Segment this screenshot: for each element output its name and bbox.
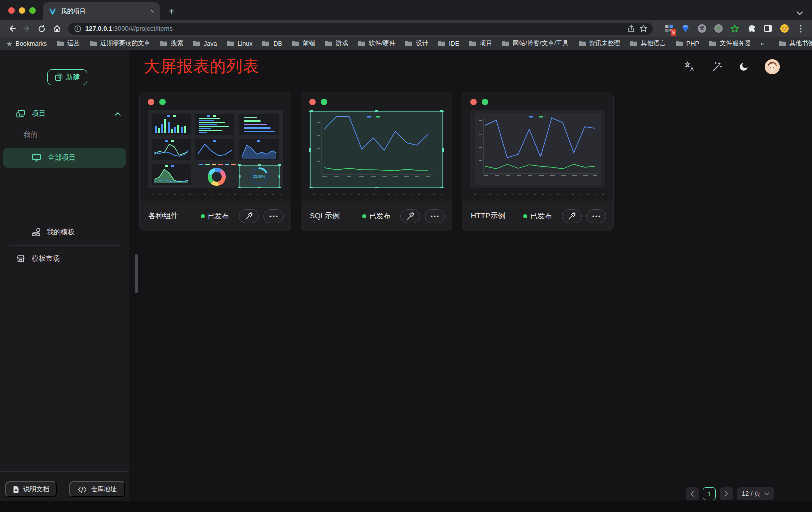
bookmark-folder[interactable]: Java [193, 40, 217, 47]
card-footer: HTTP示例 已发布 [462, 201, 613, 231]
project-thumbnail[interactable] [470, 110, 605, 188]
status-dot [523, 214, 527, 218]
back-button[interactable] [5, 22, 18, 35]
progress-value: 25.00% [253, 175, 265, 178]
edit-project-button[interactable] [400, 209, 420, 223]
gem-extension-icon[interactable] [680, 24, 690, 34]
current-page-button[interactable]: 1 [703, 487, 716, 500]
site-info-icon[interactable] [74, 25, 81, 32]
status-dot [362, 214, 366, 218]
bookmark-folder[interactable]: 项目 [469, 39, 492, 48]
docs-label: 说明文档 [23, 485, 49, 494]
scrollbar-thumb[interactable] [135, 254, 138, 293]
svg-text:⌘: ⌘ [699, 25, 705, 31]
side-panel-extension-icon[interactable] [763, 24, 773, 34]
project-thumbnail[interactable] [309, 110, 444, 188]
address-bar[interactable]: 127.0.0.1:3000/#/project/items [68, 23, 653, 35]
folder-icon [502, 40, 510, 47]
bookmark-folder[interactable]: 近期需要读的文章 [89, 39, 150, 48]
folder-icon [56, 40, 64, 47]
smiley-extension-icon[interactable] [779, 24, 789, 34]
magic-wand-icon[interactable] [711, 61, 723, 73]
bookmark-folder[interactable]: DB [262, 40, 282, 47]
repo-button[interactable]: 仓库地址 [69, 481, 125, 497]
browser-tab-active[interactable]: 我的项目 [43, 2, 160, 20]
bookmark-folder[interactable]: 搜索 [160, 39, 183, 48]
repo-label: 仓库地址 [91, 485, 117, 494]
bookmark-folder[interactable]: Linux [227, 40, 253, 47]
project-card[interactable]: HTTP示例 已发布 [462, 92, 614, 231]
bookmark-folder[interactable]: PHP [675, 40, 699, 47]
sidebar-group-label: 我的 [24, 130, 37, 139]
sidebar-item-my-templates[interactable]: 我的模板 [0, 224, 129, 241]
bookmark-folder[interactable]: 游戏 [325, 39, 348, 48]
bookmark-folder[interactable]: 前端 [292, 39, 315, 48]
bookmark-folder[interactable]: 文件服务器 [709, 39, 751, 48]
more-options-button[interactable] [425, 209, 445, 223]
bookmarks-bar: ★ Bookmarks 运营 近期需要读的文章 搜索 Java Linux DB… [0, 37, 812, 50]
bookmarks-overflow-chevron[interactable]: » [760, 40, 764, 47]
new-project-button[interactable]: 新建 [47, 69, 87, 85]
command-extension-icon[interactable]: ⌘ [697, 24, 707, 34]
project-thumbnail[interactable]: 25.00% [148, 110, 283, 188]
forward-button[interactable] [20, 22, 33, 35]
project-title: 各种组件 [148, 211, 196, 221]
folder-icon [89, 40, 97, 47]
goview-favicon [49, 8, 56, 15]
page-size-select[interactable]: 12 / 页 [737, 487, 774, 500]
project-card[interactable]: 25.00% 各种组件 已发布 [139, 92, 291, 231]
edit-project-button[interactable] [239, 209, 259, 223]
prev-page-button[interactable] [686, 487, 699, 500]
next-page-button[interactable] [720, 487, 733, 500]
sidebar-item-template-market[interactable]: 模板市场 [0, 250, 129, 267]
ellipsis-icon [269, 215, 278, 217]
more-options-button[interactable] [586, 209, 606, 223]
sidebar-item-label: 我的模板 [47, 228, 75, 237]
other-bookmarks-folder[interactable]: 其他书签 [778, 39, 812, 48]
new-tab-button[interactable]: + [160, 6, 175, 20]
browser-menu-icon[interactable] [796, 24, 806, 34]
bookmark-label: 其他语言 [641, 39, 666, 48]
bookmark-folder[interactable]: 其他语言 [630, 39, 666, 48]
minimize-window-button[interactable] [19, 7, 25, 14]
page-size-value: 12 / 页 [742, 489, 761, 498]
selected-progress-widget: 25.00% [238, 164, 281, 188]
close-window-button[interactable] [8, 7, 15, 14]
green-star-extension-icon[interactable] [730, 24, 740, 34]
tab-search-chevron-icon[interactable] [797, 11, 812, 20]
bookmark-folder[interactable]: 资讯未整理 [578, 39, 621, 48]
bookmark-folder[interactable]: 运营 [56, 39, 80, 48]
project-card[interactable]: SQL示例 已发布 [301, 92, 452, 231]
tab-close-icon[interactable] [150, 9, 155, 14]
bookmark-folder[interactable]: 设计 [405, 39, 428, 48]
user-avatar[interactable] [765, 59, 780, 74]
more-options-button[interactable] [263, 209, 284, 223]
document-icon [13, 486, 19, 493]
bookmark-label: Bookmarks [16, 40, 47, 47]
home-button[interactable] [50, 22, 63, 35]
bookmark-star-icon[interactable] [639, 24, 648, 33]
edit-project-button[interactable] [562, 209, 582, 223]
docs-button[interactable]: 说明文档 [5, 481, 57, 497]
sidebar-item-projects[interactable]: 项目 [0, 105, 129, 122]
bookmarks-root-folder[interactable]: ★ Bookmarks [6, 40, 47, 48]
macos-traffic-lights[interactable] [0, 0, 43, 20]
sidebar-item-all-projects[interactable]: 全部项目 [3, 148, 126, 168]
extensions-puzzle-icon[interactable] [746, 24, 756, 34]
bookmark-label: 资讯未整理 [589, 39, 621, 48]
zoom-window-button[interactable] [29, 7, 36, 14]
bookmark-folder[interactable]: 网站/博客/文章/工具 [502, 39, 568, 48]
chevron-up-icon[interactable] [115, 112, 121, 116]
language-icon[interactable]: A [684, 61, 696, 73]
bookmark-folder[interactable]: IDE [438, 40, 459, 47]
bookmark-folder[interactable]: 软件/硬件 [358, 39, 395, 48]
recorder-extension-icon[interactable] [713, 24, 723, 34]
share-icon[interactable] [627, 25, 635, 33]
svg-text:A: A [690, 66, 694, 72]
bookmark-label: Java [204, 40, 217, 47]
reload-button[interactable] [35, 22, 48, 35]
tab-manager-extension-icon[interactable]: 9 [664, 24, 674, 34]
storefront-icon [16, 255, 25, 263]
dark-mode-moon-icon[interactable] [738, 61, 750, 73]
url-text[interactable]: 127.0.0.1:3000/#/project/items [85, 25, 623, 32]
